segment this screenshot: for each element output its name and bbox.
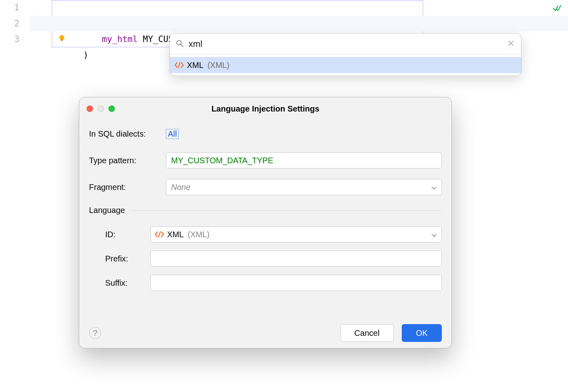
xml-tag-icon [155, 231, 164, 238]
svg-line-6 [178, 63, 180, 67]
fragment-label: Fragment: [89, 183, 166, 192]
punctuation: ) [83, 50, 89, 60]
window-close-icon[interactable] [87, 105, 93, 112]
injection-settings-dialog: Language Injection Settings In SQL diale… [79, 97, 452, 348]
language-id-value: XML [167, 230, 184, 239]
help-button[interactable]: ? [89, 327, 101, 339]
language-id-secondary: (XML) [188, 230, 210, 239]
svg-line-7 [159, 232, 160, 237]
type-pattern-label: Type pattern: [89, 156, 166, 165]
search-icon [176, 39, 184, 49]
autocomplete-item-label: XML [187, 61, 203, 70]
suffix-input[interactable] [150, 275, 442, 291]
fragment-row: Fragment: None [89, 179, 442, 195]
autocomplete-search-input[interactable] [184, 38, 507, 50]
dialects-row: In SQL dialects: All [89, 126, 442, 142]
chevron-down-icon [432, 230, 437, 239]
code-line[interactable]: CREATE TABLE my_table( [32, 0, 568, 16]
cancel-button[interactable]: Cancel [340, 324, 394, 342]
code-line[interactable]: my_html MY_CUSTOM_DATA_TYPE DEFAULT '<h1… [30, 16, 568, 32]
language-id-row: ID: XML (XML) [89, 226, 442, 242]
autocomplete-search-row [170, 34, 521, 55]
chevron-down-icon [432, 183, 437, 192]
svg-line-3 [181, 44, 183, 46]
language-id-secondary [184, 230, 187, 239]
suffix-label: Suffix: [89, 278, 150, 288]
dialects-link[interactable]: All [166, 129, 179, 139]
window-minimize-icon[interactable] [97, 105, 104, 112]
line-number: 2 [0, 16, 19, 32]
svg-point-0 [59, 35, 64, 40]
dialog-footer: ? Cancel OK [79, 318, 451, 348]
inspections-ok-icon[interactable] [552, 3, 562, 15]
xml-tag-icon [175, 61, 184, 69]
language-id-label: ID: [89, 230, 150, 239]
dialog-title: Language Injection Settings [212, 104, 320, 114]
fragment-select[interactable]: None [166, 179, 442, 195]
prefix-row: Prefix: [89, 251, 442, 267]
autocomplete-item[interactable]: XML (XML) [170, 57, 521, 73]
window-traffic-lights[interactable] [87, 105, 115, 112]
close-icon[interactable] [507, 38, 515, 50]
autocomplete-popup: XML (XML) [170, 33, 521, 76]
suffix-row: Suffix: [89, 275, 442, 291]
autocomplete-item-secondary: (XML) [208, 61, 229, 70]
prefix-input[interactable] [150, 251, 442, 267]
autocomplete-item-secondary [204, 61, 207, 70]
prefix-label: Prefix: [89, 254, 150, 263]
type-pattern-input[interactable] [166, 152, 442, 169]
language-section-header: Language [89, 206, 442, 215]
dialects-label: In SQL dialects: [89, 129, 166, 139]
line-gutter: 1 2 3 [0, 0, 32, 47]
language-section-label: Language [89, 206, 125, 215]
type-pattern-row: Type pattern: [89, 152, 442, 169]
language-id-combo[interactable]: XML (XML) [150, 226, 442, 242]
dialog-body: In SQL dialects: All Type pattern: Fragm… [79, 120, 451, 318]
ok-button[interactable]: OK [402, 324, 442, 342]
fragment-value: None [171, 183, 191, 192]
spacer [170, 73, 521, 76]
intention-bulb-icon[interactable] [58, 34, 66, 42]
line-number: 1 [0, 0, 19, 16]
separator-line [130, 210, 442, 211]
dialog-titlebar[interactable]: Language Injection Settings [79, 97, 451, 120]
line-number: 3 [0, 32, 19, 47]
window-zoom-icon[interactable] [108, 105, 115, 112]
svg-rect-1 [61, 40, 63, 41]
